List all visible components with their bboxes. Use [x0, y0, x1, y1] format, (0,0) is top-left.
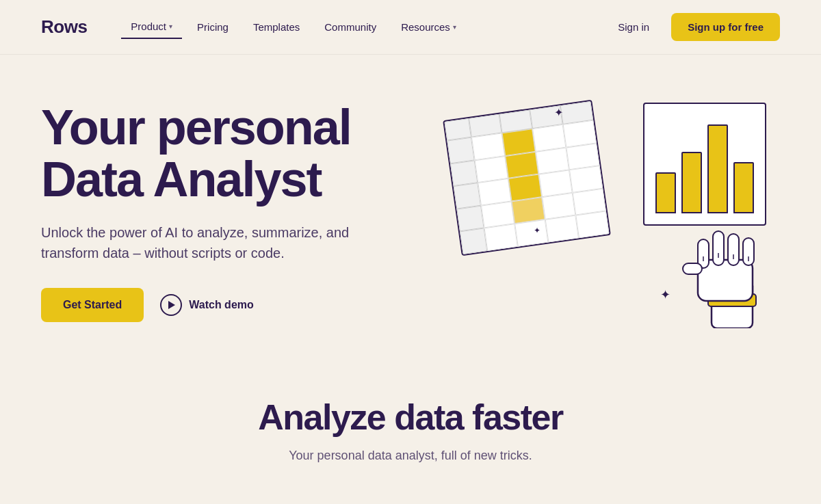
navbar: Rows Product ▾ Pricing Templates Communi… [0, 0, 821, 55]
hero-section: Your personal Data Analyst Unlock the po… [0, 55, 821, 356]
chart-illustration [643, 103, 766, 226]
star-icon-1: ✦ [554, 106, 563, 119]
bar-1 [655, 172, 676, 213]
chevron-down-icon: ▾ [169, 23, 172, 30]
hero-illustration: ✦ ✦ ✦ [424, 96, 780, 328]
nav-links: Product ▾ Pricing Templates Community Re… [121, 15, 607, 39]
analyze-subtitle: Your personal data analyst, full of new … [41, 449, 780, 463]
hero-content: Your personal Data Analyst Unlock the po… [41, 102, 424, 321]
svg-rect-5 [728, 234, 739, 265]
nav-templates[interactable]: Templates [244, 16, 309, 38]
analyze-section: Analyze data faster Your personal data a… [0, 356, 821, 504]
analyze-title: Analyze data faster [41, 397, 780, 438]
get-started-button[interactable]: Get Started [41, 288, 144, 322]
robot-hand-illustration [677, 219, 773, 328]
bar-3 [707, 124, 728, 213]
spreadsheet-illustration [443, 100, 611, 256]
play-icon [160, 294, 182, 316]
nav-community[interactable]: Community [315, 16, 386, 38]
hero-title: Your personal Data Analyst [41, 102, 424, 205]
nav-product[interactable]: Product ▾ [121, 15, 182, 39]
bar-4 [733, 162, 754, 213]
star-icon-3: ✦ [660, 287, 670, 302]
star-icon-2: ✦ [534, 226, 540, 235]
bar-2 [681, 152, 702, 213]
nav-actions: Sign in Sign up for free [607, 13, 780, 41]
brand-logo[interactable]: Rows [41, 16, 87, 38]
play-triangle-icon [168, 301, 175, 309]
hero-actions: Get Started Watch demo [41, 288, 424, 322]
sign-up-button[interactable]: Sign up for free [671, 13, 780, 41]
watch-demo-button[interactable]: Watch demo [160, 294, 254, 316]
nav-resources[interactable]: Resources ▾ [391, 16, 466, 38]
nav-pricing[interactable]: Pricing [187, 16, 238, 38]
svg-rect-4 [713, 231, 724, 265]
hero-subtitle: Unlock the power of AI to analyze, summa… [41, 222, 369, 263]
sign-in-button[interactable]: Sign in [607, 16, 660, 38]
chevron-down-icon-resources: ▾ [453, 23, 456, 31]
svg-rect-7 [683, 263, 702, 274]
